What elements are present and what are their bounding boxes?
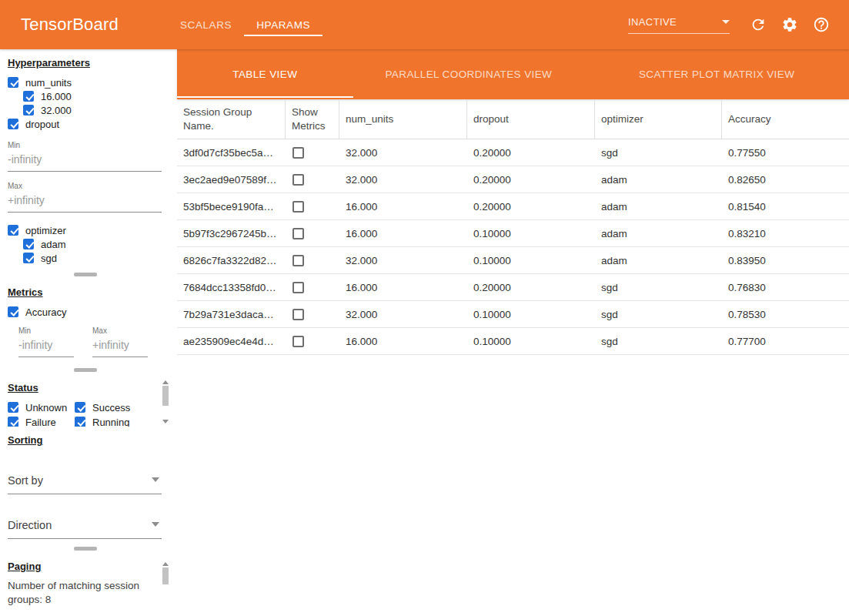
- table-row[interactable]: 5b97f3c2967245b… 16.000 0.10000 adam 0.8…: [177, 220, 849, 247]
- hparam-optimizer-row[interactable]: optimizer: [8, 223, 163, 237]
- num-units-value: 16.000: [339, 282, 467, 293]
- col-dropout: dropout: [467, 99, 595, 139]
- optimizer-value: sgd: [595, 282, 722, 293]
- show-metrics-checkbox[interactable]: [292, 309, 304, 320]
- status-running-row[interactable]: Running: [75, 415, 154, 427]
- metric-min-field: Min: [18, 326, 74, 357]
- value-16-checkbox[interactable]: [23, 91, 34, 102]
- table-row[interactable]: 6826c7fa3322d82… 32.000 0.10000 adam 0.8…: [177, 247, 849, 274]
- show-metrics-checkbox[interactable]: [292, 228, 304, 239]
- optimizer-value: adam: [595, 255, 722, 266]
- scrollbar-thumb[interactable]: [162, 567, 169, 584]
- num-units-label: num_units: [25, 77, 72, 89]
- show-metrics-checkbox[interactable]: [292, 174, 304, 186]
- settings-button[interactable]: [780, 15, 799, 34]
- metric-max-field: Max: [92, 326, 148, 357]
- failure-checkbox[interactable]: [8, 417, 18, 427]
- status-scrollbar[interactable]: [162, 379, 169, 425]
- running-checkbox[interactable]: [75, 417, 85, 427]
- table-row[interactable]: 7b29a731e3daca… 32.000 0.10000 sgd 0.785…: [177, 301, 849, 328]
- dropout-checkbox[interactable]: [8, 119, 18, 129]
- show-metrics-checkbox[interactable]: [292, 147, 304, 159]
- metrics-section: Metrics Accuracy Min Max: [0, 279, 171, 365]
- paging-section: Paging Number of matching session groups…: [0, 553, 171, 611]
- num-units-value-32-row[interactable]: 32.000: [23, 103, 163, 117]
- accuracy-checkbox[interactable]: [8, 306, 18, 317]
- dropout-max-label: Max: [8, 182, 163, 190]
- refresh-button[interactable]: [749, 15, 767, 34]
- optimizer-label: optimizer: [25, 225, 66, 236]
- session-group-name: 53bf5bece9190fa…: [177, 201, 286, 213]
- paging-scrollbar[interactable]: [162, 561, 169, 594]
- accuracy-value: 0.78530: [722, 309, 849, 320]
- run-status-select[interactable]: INACTIVE: [628, 16, 730, 34]
- table-row[interactable]: 3ec2aed9e07589f… 32.000 0.20000 adam 0.8…: [177, 166, 849, 193]
- hparam-dropout-row[interactable]: dropout: [8, 117, 163, 131]
- tab-parallel-coordinates-view[interactable]: PARALLEL COORDINATES VIEW: [353, 49, 585, 99]
- chevron-down-icon: [722, 20, 730, 24]
- scroll-up-icon[interactable]: [162, 562, 169, 566]
- status-success-row[interactable]: Success: [75, 400, 154, 414]
- view-tabs: TABLE VIEW PARALLEL COORDINATES VIEW SCA…: [177, 49, 849, 99]
- num-units-value-16-row[interactable]: 16.000: [23, 89, 163, 103]
- dropout-value: 0.20000: [467, 174, 595, 186]
- section-resize-handle[interactable]: [0, 270, 171, 279]
- num-units-checkbox[interactable]: [8, 77, 18, 88]
- show-metrics-checkbox[interactable]: [292, 336, 304, 347]
- success-checkbox[interactable]: [75, 402, 85, 413]
- status-heading: Status: [8, 382, 163, 393]
- header-tabs: SCALARS HPARAMS: [168, 13, 323, 36]
- dropout-min-label: Min: [8, 141, 163, 149]
- scroll-up-icon[interactable]: [162, 380, 169, 384]
- metric-accuracy-row[interactable]: Accuracy: [8, 305, 163, 319]
- optimizer-checkbox[interactable]: [8, 225, 18, 236]
- status-failure-row[interactable]: Failure: [8, 415, 75, 427]
- table-row[interactable]: 7684dcc13358fd0… 16.000 0.20000 sgd 0.76…: [177, 274, 849, 301]
- table-row[interactable]: 3df0d7cf35bec5a… 32.000 0.20000 sgd 0.77…: [177, 139, 849, 166]
- num-units-value: 16.000: [339, 201, 467, 213]
- dropout-min-input[interactable]: [8, 150, 162, 172]
- session-group-name: ae235909ec4e4d…: [177, 336, 286, 347]
- header-actions: INACTIVE: [628, 15, 831, 34]
- dropout-value: 0.10000: [467, 228, 595, 239]
- sort-by-select[interactable]: Sort by: [8, 470, 162, 494]
- table-row[interactable]: 53bf5bece9190fa… 16.000 0.20000 adam 0.8…: [177, 193, 849, 220]
- metric-max-input[interactable]: [92, 336, 148, 357]
- tab-table-view[interactable]: TABLE VIEW: [177, 49, 353, 99]
- tab-scatter-plot-matrix-view[interactable]: SCATTER PLOT MATRIX VIEW: [584, 49, 849, 99]
- dropout-value: 0.20000: [467, 147, 595, 159]
- sgd-checkbox[interactable]: [23, 253, 34, 263]
- direction-select[interactable]: Direction: [8, 515, 162, 539]
- sorting-section: Sorting Sort by Direction: [0, 427, 171, 544]
- adam-label: adam: [41, 239, 66, 250]
- accuracy-value: 0.83950: [722, 255, 849, 266]
- col-show-metrics: Show Metrics: [286, 99, 339, 139]
- col-session-group-name: Session Group Name.: [177, 99, 286, 139]
- optimizer-adam-row[interactable]: adam: [23, 237, 163, 251]
- show-metrics-checkbox[interactable]: [292, 255, 304, 266]
- metric-min-input[interactable]: [18, 336, 74, 357]
- status-unknown-row[interactable]: Unknown: [8, 400, 75, 414]
- sorting-heading: Sorting: [8, 434, 163, 446]
- help-button[interactable]: [812, 15, 831, 34]
- table-row[interactable]: ae235909ec4e4d… 16.000 0.10000 sgd 0.777…: [177, 328, 849, 355]
- dropout-max-input[interactable]: [8, 191, 162, 213]
- unknown-checkbox[interactable]: [8, 402, 18, 413]
- section-resize-handle[interactable]: [0, 544, 171, 553]
- hparam-num-units-row[interactable]: num_units: [8, 75, 163, 89]
- num-units-value: 16.000: [339, 336, 467, 347]
- show-metrics-checkbox[interactable]: [292, 282, 304, 293]
- scroll-down-icon[interactable]: [162, 420, 169, 424]
- adam-checkbox[interactable]: [23, 239, 34, 249]
- section-resize-handle[interactable]: [0, 365, 171, 374]
- tab-hparams[interactable]: HPARAMS: [244, 13, 323, 36]
- optimizer-sgd-row[interactable]: sgd: [23, 251, 163, 265]
- value-32-checkbox[interactable]: [23, 105, 34, 116]
- optimizer-value: adam: [595, 228, 722, 239]
- tab-scalars[interactable]: SCALARS: [168, 13, 244, 36]
- show-metrics-checkbox[interactable]: [292, 201, 304, 213]
- success-label: Success: [92, 402, 130, 413]
- col-optimizer: optimizer: [595, 99, 722, 139]
- optimizer-value: sgd: [595, 147, 722, 159]
- scrollbar-thumb[interactable]: [162, 386, 169, 406]
